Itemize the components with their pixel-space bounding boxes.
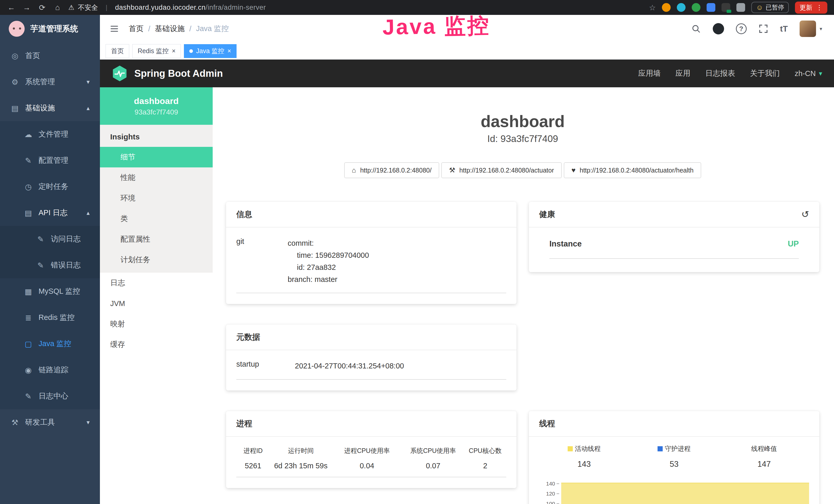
hamburger-icon[interactable] <box>109 24 119 33</box>
tab-java-monitor[interactable]: Java 监控 × <box>184 44 236 58</box>
browser-menu-icon[interactable]: ⋮ <box>816 4 823 12</box>
paused-badge[interactable]: ☺ 已暂停 <box>751 2 789 13</box>
url-path: /infra/admin-server <box>205 4 266 11</box>
menu-item-file-management[interactable]: ☁ 文件管理 <box>0 121 100 147</box>
extension-icon-2[interactable] <box>677 3 685 12</box>
menu-item-config-management[interactable]: ✎ 配置管理 <box>0 147 100 174</box>
info-key: git <box>236 237 288 285</box>
breadcrumb-separator: / <box>189 25 191 33</box>
search-icon[interactable] <box>691 24 701 33</box>
service-url-button[interactable]: ⌂ http://192.168.0.2:48080/ <box>344 162 439 178</box>
extension-icon-4[interactable] <box>707 3 715 12</box>
health-instance-row[interactable]: Instance UP <box>549 239 799 259</box>
close-icon[interactable]: × <box>172 48 176 54</box>
extension-icon-1[interactable] <box>662 3 671 12</box>
github-icon[interactable] <box>713 23 724 35</box>
history-icon[interactable]: ↺ <box>802 209 809 220</box>
menu-item-error-logs[interactable]: ✎ 错误日志 <box>0 252 100 278</box>
sba-item-classes[interactable]: 类 <box>100 208 213 229</box>
extension-icon-5[interactable] <box>722 3 730 12</box>
sidebar-logo[interactable]: 芋道管理系统 <box>0 15 100 43</box>
menu-item-dev-tools[interactable]: ⚒ 研发工具 ▾ <box>0 409 100 435</box>
extension-icon-3[interactable] <box>692 3 700 12</box>
sba-nav-about[interactable]: 关于我们 <box>750 68 780 78</box>
info-card-title: 信息 <box>236 209 252 220</box>
metadata-card: 元数据 startup 2021-04-27T00:44:31.254+08:0… <box>226 324 517 391</box>
home-icon[interactable]: ⌂ <box>53 3 62 12</box>
user-menu[interactable]: ▾ <box>799 21 822 37</box>
menu-label: 系统管理 <box>25 77 55 87</box>
back-icon[interactable]: ← <box>7 3 16 12</box>
threads-card-body: 活动线程 143 守护进程 <box>529 437 819 504</box>
daemon-threads-value: 53 <box>670 460 678 469</box>
font-size-icon[interactable]: tT <box>780 24 788 33</box>
peak-threads-value: 147 <box>758 460 771 469</box>
legend-label: 活动线程 <box>575 444 600 453</box>
fullscreen-icon[interactable] <box>759 24 768 33</box>
sba-item-scheduled-tasks[interactable]: 计划任务 <box>100 250 213 270</box>
home-icon: ⌂ <box>352 166 356 174</box>
insights-group: Insights 细节 性能 环境 类 配置属性 计划任务 <box>100 125 213 273</box>
security-indicator[interactable]: ⚠ 不安全 <box>68 3 98 12</box>
sba-body: dashboard 93a3fc7f7409 Insights 细节 性能 环境… <box>100 87 834 504</box>
sba-item-jvm[interactable]: JVM <box>100 293 213 314</box>
edit-icon: ✎ <box>24 392 33 401</box>
cloud-icon: ☁ <box>24 130 33 139</box>
address-bar[interactable]: dashboard.yudao.iocoder.cn/infra/admin-s… <box>115 4 266 12</box>
tab-redis-monitor[interactable]: Redis 监控 × <box>132 44 181 58</box>
y-tick: 100 <box>546 501 559 504</box>
close-icon[interactable]: × <box>227 48 231 54</box>
menu-item-java-monitor[interactable]: ▢ Java 监控 <box>0 331 100 357</box>
health-card: 健康 ↺ Instance UP <box>529 202 819 272</box>
instance-header[interactable]: dashboard 93a3fc7f7409 <box>100 87 213 125</box>
sba-item-logs[interactable]: 日志 <box>100 273 213 293</box>
menu-item-scheduled-tasks[interactable]: ◷ 定时任务 <box>0 174 100 200</box>
chevron-down-icon: ▾ <box>87 419 90 426</box>
threads-chart-area <box>561 483 809 504</box>
breadcrumb-home[interactable]: 首页 <box>129 24 144 34</box>
avatar <box>799 21 816 37</box>
sba-item-environment[interactable]: 环境 <box>100 188 213 208</box>
menu-item-log-center[interactable]: ✎ 日志中心 <box>0 383 100 409</box>
sba-brand[interactable]: Spring Boot Admin <box>134 68 223 79</box>
language-selector[interactable]: zh-CN ▾ <box>795 69 822 78</box>
menu-item-system[interactable]: ⚙ 系统管理 ▾ <box>0 69 100 95</box>
y-tick: 120 <box>546 491 559 497</box>
actuator-url-button[interactable]: ⚒ http://192.168.0.2:48080/actuator <box>441 162 562 178</box>
actuator-url-label: http://192.168.0.2:48080/actuator <box>459 167 554 174</box>
update-button[interactable]: 更新 ⋮ <box>795 2 827 14</box>
process-col-header: 系统CPU使用率 <box>402 446 464 455</box>
extensions-puzzle-icon[interactable] <box>737 3 745 12</box>
menu-item-access-logs[interactable]: ✎ 访问日志 <box>0 226 100 252</box>
breadcrumb-infrastructure[interactable]: 基础设施 <box>155 24 185 34</box>
bookmark-star-icon[interactable]: ☆ <box>649 3 656 12</box>
sba-item-mappings[interactable]: 映射 <box>100 314 213 334</box>
menu-item-infrastructure[interactable]: ▤ 基础设施 ▴ <box>0 95 100 121</box>
menu-item-tracing[interactable]: ◉ 链路追踪 <box>0 357 100 383</box>
sba-item-metrics[interactable]: 性能 <box>100 167 213 188</box>
sba-nav-wallboard[interactable]: 应用墙 <box>638 68 661 78</box>
menu-label: Redis 监控 <box>39 313 74 323</box>
menu-item-api-logs[interactable]: ▤ API 日志 ▴ <box>0 200 100 226</box>
edit-icon: ✎ <box>36 261 45 270</box>
sba-item-config-props[interactable]: 配置属性 <box>100 229 213 250</box>
menu-item-redis-monitor[interactable]: ≣ Redis 监控 <box>0 304 100 331</box>
tab-label: Redis 监控 <box>138 47 169 55</box>
table-icon: ▦ <box>24 287 33 296</box>
health-url-button[interactable]: ♥ http://192.168.0.2:48080/actuator/heal… <box>564 162 701 178</box>
tab-label: 首页 <box>111 47 124 55</box>
sba-nav-applications[interactable]: 应用 <box>676 68 690 78</box>
reload-icon[interactable]: ⟳ <box>38 3 47 12</box>
menu-item-mysql-monitor[interactable]: ▦ MySQL 监控 <box>0 278 100 304</box>
sba-item-caches[interactable]: 缓存 <box>100 334 213 355</box>
menu-label: 访问日志 <box>51 234 81 244</box>
forward-icon[interactable]: → <box>22 3 31 12</box>
insights-label: Insights <box>100 125 213 147</box>
sba-nav-journal[interactable]: 日志报表 <box>705 68 735 78</box>
menu-item-home[interactable]: ◎ 首页 <box>0 43 100 69</box>
tab-home[interactable]: 首页 <box>106 44 129 58</box>
sba-item-details[interactable]: 细节 <box>100 147 213 167</box>
browser-chrome: ← → ⟳ ⌂ ⚠ 不安全 | dashboard.yudao.iocoder.… <box>0 0 834 15</box>
help-icon[interactable]: ? <box>736 23 747 34</box>
address-divider: | <box>106 4 107 12</box>
